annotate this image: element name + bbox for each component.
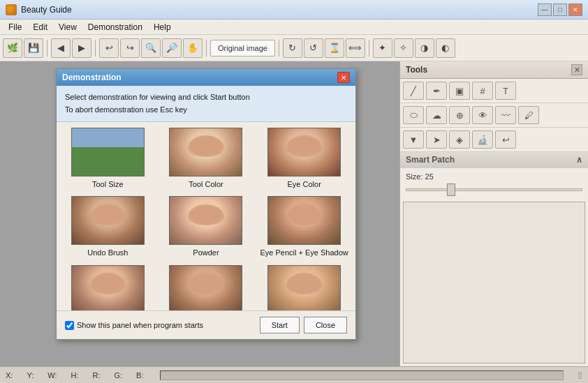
tool-pen[interactable]: ✒ (426, 82, 447, 100)
tool-eyedropper[interactable]: 🔬 (472, 130, 493, 149)
dialog-body: Tool Size Tool Color (57, 122, 355, 310)
minimize-button[interactable]: — (538, 3, 552, 16)
dialog-title: Demonstration (62, 73, 122, 82)
show-panel-checkbox-container: Show this panel when program starts (65, 321, 203, 330)
close-dialog-button[interactable]: Close (304, 317, 347, 333)
tool-oval[interactable]: ⬭ (403, 106, 424, 124)
tool-grid[interactable]: # (472, 82, 493, 100)
size-slider[interactable] (406, 188, 582, 191)
tb-flip-h-btn[interactable]: ⌛ (325, 38, 344, 58)
close-button[interactable]: ✕ (568, 3, 582, 16)
tool-fill[interactable]: ▼ (403, 130, 424, 149)
status-grip: ⣿ (578, 371, 582, 379)
tb-sep5 (369, 40, 369, 57)
tb-redo-btn[interactable]: ↪ (120, 38, 140, 58)
tool-selection[interactable]: ▣ (449, 82, 470, 100)
tb-rotate-ccw-btn[interactable]: ↺ (304, 38, 323, 58)
instruction-line2: To abort demonstration use Esc key (65, 104, 347, 117)
tool-stamp[interactable]: ◈ (449, 130, 470, 149)
dialog-close-button[interactable]: ✕ (337, 72, 350, 83)
list-item[interactable]: Tool Color (161, 128, 252, 189)
tool-cloud[interactable]: ☁ (426, 106, 447, 124)
demo-thumbnail (71, 265, 145, 310)
status-g-label: G: (114, 371, 122, 380)
tb-exposure-btn[interactable]: ◑ (415, 38, 434, 58)
status-b: B: (136, 371, 143, 380)
tool-brush2[interactable]: 🖊 (518, 106, 539, 124)
demo-thumbnail (71, 196, 145, 245)
menu-edit[interactable]: Edit (27, 21, 53, 33)
tool-patch[interactable]: ⊕ (449, 106, 470, 124)
thumbnail-image (170, 128, 242, 176)
size-value-label: Size: 25 (400, 168, 588, 182)
demo-scroll-area[interactable]: Tool Size Tool Color (57, 122, 355, 310)
tools-row-3: ▼ ➤ ◈ 🔬 ↩ (400, 128, 588, 152)
status-y: Y: (27, 371, 34, 380)
tool-wave[interactable]: 〰 (495, 106, 516, 124)
list-item[interactable]: Eye Pencil + Eye Shadow (258, 196, 350, 257)
tools-row-2: ⬭ ☁ ⊕ 👁 〰 🖊 (400, 103, 588, 128)
tb-open-btn[interactable]: 🌿 (3, 38, 22, 58)
tb-forward-btn[interactable]: ▶ (72, 38, 91, 58)
demo-thumbnail (267, 128, 341, 177)
list-item[interactable] (258, 265, 350, 310)
maximize-button[interactable]: □ (553, 3, 567, 16)
demo-item-label: Powder (193, 248, 219, 257)
smart-patch-collapse-btn[interactable]: ∧ (576, 155, 582, 165)
start-button[interactable]: Start (260, 317, 300, 333)
tools-panel-close-button[interactable]: ✕ (571, 64, 582, 75)
tb-rotate-cw-btn[interactable]: ↻ (283, 38, 302, 58)
thumbnail-image (72, 197, 144, 244)
tb-zoom-in-btn[interactable]: 🔍 (141, 38, 161, 58)
demo-item-label: Tool Color (189, 179, 223, 189)
tb-original-image-btn[interactable]: Original image (210, 40, 275, 57)
demo-item-label: Eye Pencil + Eye Shadow (260, 248, 348, 257)
tb-brightness-btn[interactable]: ✦ (373, 38, 392, 58)
thumbnail-image (72, 128, 144, 176)
menu-help[interactable]: Help (148, 21, 177, 33)
list-item[interactable] (62, 265, 154, 310)
tb-zoom-out-btn[interactable]: 🔎 (162, 38, 182, 58)
tool-arrow[interactable]: ➤ (426, 130, 447, 149)
menu-file[interactable]: File (3, 21, 27, 33)
menu-view[interactable]: View (53, 21, 82, 33)
tb-undo-btn[interactable]: ↩ (99, 38, 119, 58)
tb-back-btn[interactable]: ◀ (51, 38, 71, 58)
list-item[interactable]: Powder (161, 196, 252, 257)
show-panel-checkbox[interactable] (65, 321, 74, 330)
status-x-label: X: (6, 371, 13, 380)
status-r: R: (92, 371, 100, 380)
dialog-title-bar: Demonstration ✕ (57, 69, 355, 86)
status-bar: X: Y: W: H: R: G: B: ⣿ (0, 366, 588, 383)
demo-item-label: Eye Color (288, 179, 321, 189)
tb-save-btn[interactable]: 💾 (24, 38, 43, 58)
tool-back-arrow[interactable]: ↩ (495, 130, 516, 149)
tool-eye[interactable]: 👁 (472, 106, 493, 124)
dialog-info: Select demonstration for viewing and cli… (57, 86, 355, 122)
tools-panel: Tools ✕ ╱ ✒ ▣ # T ⬭ ☁ ⊕ 👁 〰 🖊 ▼ ➤ ◈ 🔬 ↩ … (399, 61, 588, 366)
tools-panel-header: Tools ✕ (400, 61, 588, 79)
tb-hand-btn[interactable]: ✋ (183, 38, 203, 58)
tb-sep2 (95, 40, 96, 57)
title-bar: Beauty Guide — □ ✕ (0, 0, 588, 20)
dialog-buttons: Start Close (260, 317, 347, 333)
tb-sep1 (47, 40, 47, 57)
thumbnail-image (170, 266, 242, 310)
tb-flip-v-btn[interactable]: ⟺ (346, 38, 365, 58)
list-item[interactable] (161, 265, 252, 310)
tb-contrast-btn[interactable]: ✧ (394, 38, 413, 58)
list-item[interactable]: Tool Size (62, 128, 154, 189)
list-item[interactable]: Undo Brush (62, 196, 154, 257)
tool-pencil[interactable]: ╱ (403, 82, 424, 100)
tools-preview-area (403, 202, 585, 363)
canvas-area: Demonstration ✕ Select demonstration for… (0, 61, 399, 366)
menu-demonstration[interactable]: Demonstration (82, 21, 148, 33)
menu-bar: File Edit View Demonstration Help (0, 20, 588, 35)
instruction-line1: Select demonstration for viewing and cli… (65, 91, 347, 104)
demo-item-label: Tool Size (92, 179, 124, 189)
list-item[interactable]: Eye Color (258, 128, 350, 189)
show-panel-label[interactable]: Show this panel when program starts (77, 321, 203, 329)
tb-saturation-btn[interactable]: ◐ (436, 38, 455, 58)
tool-text[interactable]: T (495, 82, 516, 100)
thumbnail-image (268, 128, 340, 176)
